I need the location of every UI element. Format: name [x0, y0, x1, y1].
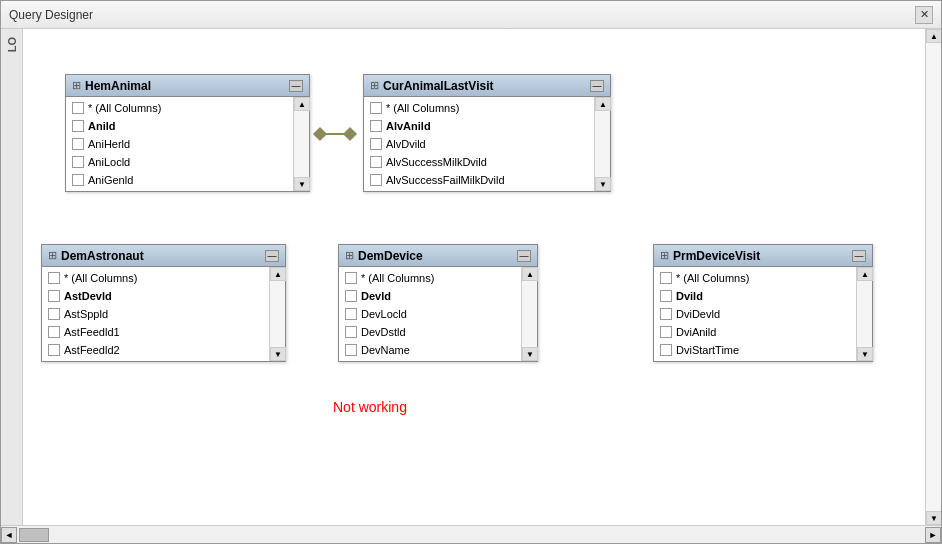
- sidebar-label: LO: [6, 37, 18, 52]
- table-body-DemAstronaut: * (All Columns) AstDevld AstSppld: [42, 267, 285, 361]
- column-item: Anild: [66, 117, 293, 135]
- scroll-thumb[interactable]: [19, 528, 49, 542]
- col-checkbox[interactable]: [48, 344, 60, 356]
- table-header-HemAnimal: ⊞ HemAnimal —: [66, 75, 309, 97]
- table-scroll-container: * (All Columns) Devld DevLocld: [339, 267, 537, 361]
- col-name: * (All Columns): [88, 102, 161, 114]
- minimize-button[interactable]: —: [852, 250, 866, 262]
- col-checkbox[interactable]: [660, 290, 672, 302]
- table-header-PrmDeviceVisit: ⊞ PrmDeviceVisit —: [654, 245, 872, 267]
- scroll-up-button[interactable]: ▲: [857, 267, 873, 281]
- col-checkbox[interactable]: [660, 344, 672, 356]
- col-checkbox[interactable]: [72, 138, 84, 150]
- col-name: AniLocld: [88, 156, 130, 168]
- col-name: DevName: [361, 344, 410, 356]
- table-body-DemDevice: * (All Columns) Devld DevLocld: [339, 267, 537, 361]
- minimize-button[interactable]: —: [517, 250, 531, 262]
- col-checkbox[interactable]: [48, 290, 60, 302]
- scroll-down-button[interactable]: ▼: [595, 177, 611, 191]
- col-checkbox[interactable]: [72, 102, 84, 114]
- minimize-button[interactable]: —: [289, 80, 303, 92]
- col-name: Anild: [88, 120, 116, 132]
- table-name-DemAstronaut: DemAstronaut: [61, 249, 144, 263]
- minimize-button[interactable]: —: [590, 80, 604, 92]
- scroll-up-button[interactable]: ▲: [294, 97, 310, 111]
- col-checkbox[interactable]: [345, 290, 357, 302]
- right-scroll-down-button[interactable]: ▼: [926, 511, 941, 525]
- minimize-button[interactable]: —: [265, 250, 279, 262]
- col-checkbox[interactable]: [72, 156, 84, 168]
- column-item: DevName: [339, 341, 521, 359]
- column-item: AlvDvild: [364, 135, 594, 153]
- col-checkbox[interactable]: [660, 272, 672, 284]
- scroll-left-button[interactable]: ◄: [1, 527, 17, 543]
- scroll-down-button[interactable]: ▼: [857, 347, 873, 361]
- scroll-down-button[interactable]: ▼: [522, 347, 538, 361]
- col-checkbox[interactable]: [345, 344, 357, 356]
- table-header-DemDevice: ⊞ DemDevice —: [339, 245, 537, 267]
- col-name: AniHerld: [88, 138, 130, 150]
- column-item: AniLocld: [66, 153, 293, 171]
- right-scroll-track: [926, 43, 941, 511]
- right-scrollbar: ▲ ▼: [925, 29, 941, 525]
- col-checkbox[interactable]: [370, 102, 382, 114]
- column-list: * (All Columns) AlvAnild AlvDvild: [364, 97, 594, 191]
- col-checkbox[interactable]: [370, 156, 382, 168]
- col-checkbox[interactable]: [345, 272, 357, 284]
- table-DemAstronaut: ⊞ DemAstronaut — * (All Columns): [41, 244, 286, 362]
- col-checkbox[interactable]: [48, 326, 60, 338]
- col-name: Devld: [361, 290, 391, 302]
- col-name: DevDstld: [361, 326, 406, 338]
- table-CurAnimalLastVisit: ⊞ CurAnimalLastVisit — * (All Columns): [363, 74, 611, 192]
- column-item: Dvild: [654, 287, 856, 305]
- col-name: AstSppld: [64, 308, 108, 320]
- col-name: DviAnild: [676, 326, 716, 338]
- scroll-down-button[interactable]: ▼: [294, 177, 310, 191]
- main-canvas: ⊞ HemAnimal — * (All Columns): [23, 29, 925, 525]
- col-checkbox[interactable]: [48, 272, 60, 284]
- scroll-up-button[interactable]: ▲: [270, 267, 286, 281]
- col-checkbox[interactable]: [370, 138, 382, 150]
- column-item: * (All Columns): [66, 99, 293, 117]
- col-checkbox[interactable]: [660, 308, 672, 320]
- table-scrollbar: ▲ ▼: [594, 97, 610, 191]
- table-name-HemAnimal: HemAnimal: [85, 79, 151, 93]
- col-name: AstFeedld1: [64, 326, 120, 338]
- col-name: DviStartTime: [676, 344, 739, 356]
- column-item: AstSppld: [42, 305, 269, 323]
- column-item: AlvSuccessMilkDvild: [364, 153, 594, 171]
- scroll-up-button[interactable]: ▲: [595, 97, 611, 111]
- column-item: AlvAnild: [364, 117, 594, 135]
- column-item: AstFeedld2: [42, 341, 269, 359]
- table-scrollbar: ▲ ▼: [521, 267, 537, 361]
- table-scroll-container: * (All Columns) AlvAnild AlvDvild: [364, 97, 610, 191]
- col-name: * (All Columns): [676, 272, 749, 284]
- close-button[interactable]: ✕: [915, 6, 933, 24]
- scroll-down-button[interactable]: ▼: [270, 347, 286, 361]
- content-area: LO ⊞ HemAnimal —: [1, 29, 941, 525]
- col-checkbox[interactable]: [48, 308, 60, 320]
- col-checkbox[interactable]: [345, 326, 357, 338]
- col-name: AniGenld: [88, 174, 133, 186]
- col-checkbox[interactable]: [660, 326, 672, 338]
- table-body-HemAnimal: * (All Columns) Anild AniHerld: [66, 97, 309, 191]
- scroll-right-button[interactable]: ►: [925, 527, 941, 543]
- col-checkbox[interactable]: [370, 174, 382, 186]
- col-name: AstFeedld2: [64, 344, 120, 356]
- right-scroll-up-button[interactable]: ▲: [926, 29, 941, 43]
- col-checkbox[interactable]: [345, 308, 357, 320]
- table-grid-icon: ⊞: [48, 249, 57, 262]
- header-left: ⊞ HemAnimal: [72, 79, 151, 93]
- not-working-status: Not working: [333, 399, 407, 415]
- col-checkbox[interactable]: [72, 174, 84, 186]
- scroll-up-button[interactable]: ▲: [522, 267, 538, 281]
- table-header-DemAstronaut: ⊞ DemAstronaut —: [42, 245, 285, 267]
- col-name: Dvild: [676, 290, 703, 302]
- column-item: * (All Columns): [364, 99, 594, 117]
- scroll-track: [522, 281, 537, 347]
- table-scrollbar: ▲ ▼: [293, 97, 309, 191]
- join-diamond-right: [343, 127, 357, 141]
- col-checkbox[interactable]: [72, 120, 84, 132]
- table-PrmDeviceVisit: ⊞ PrmDeviceVisit — * (All Columns): [653, 244, 873, 362]
- col-checkbox[interactable]: [370, 120, 382, 132]
